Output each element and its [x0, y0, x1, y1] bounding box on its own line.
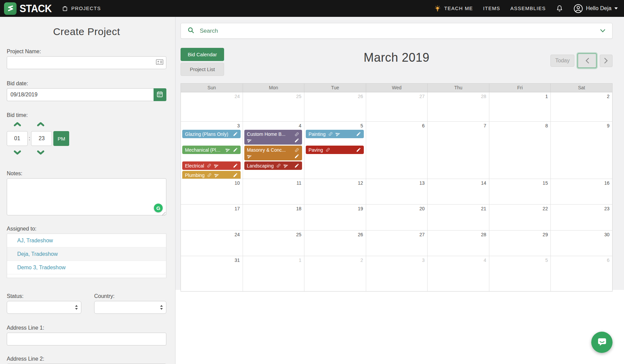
hour-decrement-button[interactable] — [13, 150, 21, 155]
minute-decrement-button[interactable] — [37, 150, 45, 155]
search-input[interactable] — [200, 28, 600, 34]
calendar-day-cell[interactable]: 16 — [550, 179, 612, 204]
calendar-day-cell[interactable]: 15 — [489, 179, 551, 204]
calendar-day-cell[interactable]: 12 — [304, 179, 366, 204]
calendar-day-cell[interactable]: 14 — [427, 179, 489, 204]
pencil-icon[interactable] — [233, 173, 238, 178]
pencil-icon[interactable] — [294, 163, 299, 168]
calendar-day-cell[interactable]: 7 — [427, 121, 489, 179]
chevron-right-icon — [600, 58, 612, 64]
calendar-day-cell[interactable]: 1 — [489, 92, 551, 121]
resize-handle-icon[interactable] — [162, 212, 166, 216]
calendar-day-cell[interactable]: 11 — [243, 179, 304, 204]
calendar-event[interactable]: Custom Home B... — [244, 130, 302, 145]
pencil-icon[interactable] — [233, 163, 238, 168]
address-line1-input[interactable] — [7, 333, 166, 345]
calendar-day-cell[interactable]: 17 — [181, 204, 243, 230]
bid-minute-input[interactable] — [31, 131, 52, 146]
calendar-day-cell[interactable]: 20 — [366, 204, 428, 230]
pencil-icon[interactable] — [356, 131, 361, 136]
calendar-day-cell[interactable]: 28 — [427, 92, 489, 121]
nav-projects[interactable]: PROJECTS — [62, 5, 101, 12]
calendar-day-cell[interactable]: 27 — [366, 230, 428, 256]
calendar-day-cell[interactable]: 1 — [243, 256, 304, 291]
calendar-event[interactable]: Masonry & Conc... — [244, 146, 302, 160]
calendar-event[interactable]: Painting — [306, 130, 364, 138]
open-datepicker-button[interactable] — [154, 88, 166, 101]
calendar-day-cell[interactable]: 8 — [489, 121, 551, 179]
calendar-day-cell[interactable]: 9 — [550, 121, 612, 179]
calendar-day-cell[interactable]: 30 — [550, 230, 612, 256]
chevron-down-icon — [13, 151, 21, 156]
calendar-day-cell[interactable]: 10 — [181, 179, 243, 204]
calendar-day-cell[interactable]: 27 — [366, 92, 428, 121]
calendar-day-cell[interactable]: 28 — [427, 230, 489, 256]
nav-items[interactable]: ITEMS — [483, 6, 500, 11]
assignee-link[interactable]: AJ, Tradeshow — [7, 234, 166, 247]
nav-teach-me[interactable]: TEACH ME — [434, 5, 473, 12]
hour-increment-button[interactable] — [13, 122, 21, 127]
calendar-day-cell[interactable]: 5PaintingPaving — [304, 121, 366, 179]
next-month-button[interactable] — [600, 55, 613, 67]
calendar-day-cell[interactable]: 25 — [243, 230, 304, 256]
calendar-day-cell[interactable]: 26 — [304, 92, 366, 121]
calendar-day-cell[interactable]: 31 — [181, 256, 243, 291]
calendar-event[interactable]: Mechanical (Plan... — [182, 146, 241, 154]
day-number: 26 — [358, 232, 363, 237]
pencil-icon[interactable] — [233, 131, 238, 136]
grammarly-icon[interactable]: G — [154, 204, 163, 212]
calendar-event[interactable]: Paving — [306, 146, 364, 154]
user-menu[interactable]: Hello Deja — [573, 4, 618, 13]
today-button[interactable]: Today — [550, 55, 574, 67]
status-select[interactable] — [7, 301, 81, 314]
calendar-day-cell[interactable]: 25 — [243, 92, 304, 121]
project-list-button[interactable]: Project List — [181, 63, 224, 76]
project-name-input[interactable] — [7, 56, 166, 69]
calendar-day-cell[interactable]: 22 — [489, 204, 551, 230]
calendar-day-cell[interactable]: 24 — [181, 92, 243, 121]
calendar-day-cell[interactable]: 24 — [181, 230, 243, 256]
minute-increment-button[interactable] — [37, 122, 45, 127]
calendar-day-cell[interactable]: 2 — [304, 256, 366, 291]
calendar-day-cell[interactable]: 3 — [366, 256, 428, 291]
bid-hour-input[interactable] — [7, 131, 28, 146]
calendar-day-cell[interactable]: 6 — [366, 121, 428, 179]
bid-calendar-button[interactable]: Bid Calendar — [181, 48, 224, 61]
calendar-day-cell[interactable]: 23 — [550, 204, 612, 230]
assignee-link[interactable]: Demo 3, Tradeshow — [7, 261, 166, 274]
calendar-day-cell[interactable]: 21 — [427, 204, 489, 230]
chevron-down-icon[interactable] — [600, 29, 605, 33]
calendar-day-cell[interactable]: 29 — [489, 230, 551, 256]
calendar-day-cell[interactable]: 3Glazing (Plans Only)Mechanical (Plan...… — [181, 121, 243, 179]
bid-date-label: Bid date: — [7, 81, 166, 87]
calendar-day-cell[interactable]: 2 — [550, 92, 612, 121]
calendar-day-cell[interactable]: 26 — [304, 230, 366, 256]
meridiem-toggle-button[interactable]: PM — [53, 131, 69, 146]
calendar-day-cell[interactable]: 18 — [243, 204, 304, 230]
assignee-link[interactable]: Deja, Tradeshow — [7, 247, 166, 261]
day-number: 15 — [543, 180, 548, 186]
prev-month-button[interactable] — [577, 53, 597, 68]
pencil-icon[interactable] — [233, 147, 238, 152]
calendar-event[interactable]: Plumbing — [182, 171, 241, 179]
link-icon — [328, 131, 333, 136]
notifications-bell-button[interactable] — [556, 5, 563, 12]
calendar-day-cell[interactable]: 6 — [550, 256, 612, 291]
country-select[interactable] — [94, 301, 166, 314]
calendar-event[interactable]: Landscaping — [244, 161, 302, 170]
calendar-day-cell[interactable]: 13 — [366, 179, 428, 204]
calendar-day-cell[interactable]: 4Custom Home B...Masonry & Conc...Landsc… — [243, 121, 304, 179]
nav-assemblies[interactable]: ASSEMBLIES — [510, 6, 546, 11]
notes-textarea[interactable] — [7, 178, 166, 215]
pencil-icon[interactable] — [294, 138, 299, 143]
calendar-day-cell[interactable]: 4 — [427, 256, 489, 291]
pencil-icon[interactable] — [356, 147, 361, 152]
pencil-icon[interactable] — [294, 154, 299, 159]
calendar-event[interactable]: Electrical — [182, 161, 241, 170]
bid-date-input[interactable] — [7, 88, 154, 101]
chat-button[interactable] — [591, 332, 613, 353]
calendar-day-cell[interactable]: 5 — [489, 256, 551, 291]
calendar-day-cell[interactable]: 19 — [304, 204, 366, 230]
stack-logo[interactable]: STACK — [4, 2, 52, 15]
calendar-event[interactable]: Glazing (Plans Only) — [182, 130, 241, 138]
